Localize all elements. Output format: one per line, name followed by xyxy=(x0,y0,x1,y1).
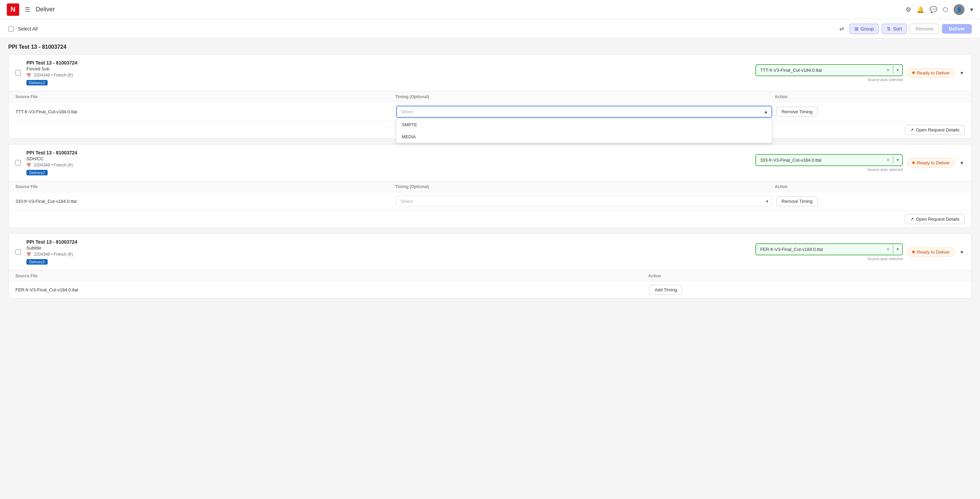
card-2-header-right: 333-fr-V3-Final_Cut-v184.0.ttal ✕ ▾ Sour… xyxy=(749,154,964,172)
card-2-meta: 📅 2204348 • French (fr) xyxy=(26,163,743,167)
card-1-dropdown-media[interactable]: MEDIA xyxy=(396,131,772,143)
card-1-title: PPI Test 13 - 81003724 xyxy=(26,60,743,65)
card-3-status-dot xyxy=(912,250,915,253)
card-1-source-selector-wrap: TTT-fr-V3-Final_Cut-v184.0.ttal ✕ ▾ Sour… xyxy=(749,64,903,82)
card-2-meta-text: 2204348 • French (fr) xyxy=(34,163,73,167)
card-1-open-request-label: Open Request Details xyxy=(916,128,959,132)
sort-icon: ⇅ xyxy=(887,26,891,32)
group-button[interactable]: ⊞ Group xyxy=(850,24,879,34)
settings-icon[interactable]: ⚙ xyxy=(905,6,911,13)
card-2-badge: Delivery2 xyxy=(26,170,48,175)
table-row: 333-fr-V3-Final_Cut-v184.0.ttal Select ▾… xyxy=(9,192,971,210)
group-icon: ⊞ xyxy=(854,26,859,32)
netflix-logo: N xyxy=(7,3,19,16)
card-1-source-selector[interactable]: TTT-fr-V3-Final_Cut-v184.0.ttal ✕ ▾ xyxy=(756,64,903,76)
card-3-title: PPI Test 13 - 81003724 xyxy=(26,239,743,245)
card-1-source-auto: Source auto selected xyxy=(867,78,903,82)
filter-icon-button[interactable]: ⇄ xyxy=(837,23,846,34)
card-2-table: Source File Timing (Optional) Action 333… xyxy=(9,181,971,210)
card-3-col-source-header: Source File xyxy=(16,274,648,278)
card-3-source-clear[interactable]: ✕ xyxy=(883,244,893,254)
card-1-row1-timing: Select ▲ SMPTE MEDIA xyxy=(396,106,773,118)
sort-label: Sort xyxy=(893,26,902,32)
external-icon-2: ↗ xyxy=(910,217,914,222)
card-2-open-request-label: Open Request Details xyxy=(916,217,959,222)
card-3-expand[interactable]: ▾ xyxy=(959,247,964,257)
calendar-icon-1: 📅 xyxy=(26,73,31,78)
card-2-expand[interactable]: ▾ xyxy=(959,158,964,167)
card-3-source-dropdown[interactable]: ▾ xyxy=(893,245,902,253)
card-1-badge: Delivery2 xyxy=(26,80,48,86)
card-3-row1-source: FER-fr-V3-Final_Cut-v184.0.ttal xyxy=(16,287,645,292)
card-3-status-label: Ready to Deliver xyxy=(917,250,950,255)
table-row: FER-fr-V3-Final_Cut-v184.0.ttal Add Timi… xyxy=(9,281,971,298)
card-3-source-auto: Source auto selected xyxy=(867,257,903,261)
card-1-source-dropdown[interactable]: ▾ xyxy=(893,65,902,75)
card-3-checkbox[interactable] xyxy=(16,249,21,255)
card-2-checkbox[interactable] xyxy=(16,160,21,166)
card-1-source-text: TTT-fr-V3-Final_Cut-v184.0.ttal xyxy=(756,65,883,75)
card-2-subtitle: SDH/CC xyxy=(26,156,743,161)
card-2-open-request-btn[interactable]: ↗ Open Request Details xyxy=(905,214,964,224)
card-3-add-timing-btn[interactable]: Add Timing xyxy=(649,285,682,295)
card-1-dropdown-smpte[interactable]: SMPTE xyxy=(396,119,772,131)
card-1-timing-placeholder: Select xyxy=(397,107,760,117)
card-1-table-header: Source File Timing (Optional) Action xyxy=(9,91,971,102)
card-1-open-request-btn[interactable]: ↗ Open Request Details xyxy=(905,125,964,135)
card-3-badge: Delivery2 xyxy=(26,259,48,265)
card-1-timing-select[interactable]: Select ▲ xyxy=(396,106,773,118)
select-all-label[interactable]: Select All xyxy=(18,26,38,32)
avatar[interactable]: 👤 xyxy=(954,4,964,15)
card-2-timing-dropdown-btn[interactable]: ▾ xyxy=(763,197,772,206)
card-2-source-dropdown[interactable]: ▾ xyxy=(893,155,902,164)
card-3-col-action-header: Action xyxy=(648,274,964,278)
card-1-info: PPI Test 13 - 81003724 Forced Sub 📅 2204… xyxy=(26,60,743,86)
card-2-source-selector[interactable]: 333-fr-V3-Final_Cut-v184.0.ttal ✕ ▾ xyxy=(756,154,903,166)
card-3-table: Source File Action FER-fr-V3-Final_Cut-v… xyxy=(9,271,971,298)
card-1-subtitle: Forced Sub xyxy=(26,66,743,72)
card-2-row1-timing: Select ▾ xyxy=(396,196,773,207)
card-2-col-action-header: Action xyxy=(775,184,964,189)
card-3-table-header: Source File Action xyxy=(9,271,971,281)
calendar-icon-3: 📅 xyxy=(26,252,31,257)
card-1-expand[interactable]: ▾ xyxy=(959,68,964,78)
table-row: TTT-fr-V3-Final_Cut-v184.0.ttal Select ▲… xyxy=(9,102,971,121)
hamburger-icon[interactable]: ☰ xyxy=(25,6,30,13)
sort-button[interactable]: ⇅ Sort xyxy=(881,24,907,34)
card-1-checkbox[interactable] xyxy=(16,70,21,75)
card-3-header-right: FER-fr-V3-Final_Cut-v184.0.ttal ✕ ▾ Sour… xyxy=(749,243,964,261)
card-2-timing-select[interactable]: Select ▾ xyxy=(396,196,773,207)
card-1-header: PPI Test 13 - 81003724 Forced Sub 📅 2204… xyxy=(9,54,971,91)
card-2-title: PPI Test 13 - 81003724 xyxy=(26,150,743,155)
card-1-status-badge[interactable]: Ready to Deliver xyxy=(907,68,955,78)
card-1-source-clear[interactable]: ✕ xyxy=(883,65,893,75)
card-2-remove-timing-btn[interactable]: Remove Timing xyxy=(776,196,818,206)
card-1-remove-timing-btn[interactable]: Remove Timing xyxy=(776,107,818,117)
card-3: PPI Test 13 - 81003724 Subtitle 📅 220434… xyxy=(8,233,972,298)
app-title: Deliver xyxy=(36,6,55,13)
card-2-source-text: 333-fr-V3-Final_Cut-v184.0.ttal xyxy=(756,155,883,166)
card-3-source-selector-wrap: FER-fr-V3-Final_Cut-v184.0.ttal ✕ ▾ Sour… xyxy=(749,243,903,261)
card-1-timing-dropdown-btn[interactable]: ▲ xyxy=(760,107,772,116)
card-2-timing-placeholder: Select xyxy=(396,196,763,207)
card-2-status-badge[interactable]: Ready to Deliver xyxy=(907,158,955,167)
card-3-meta: 📅 2204348 • French (fr) xyxy=(26,252,743,257)
bell-icon[interactable]: 🔔 xyxy=(916,6,924,13)
card-1-status-label: Ready to Deliver xyxy=(917,70,950,75)
remove-button[interactable]: Remove xyxy=(910,24,939,34)
deliver-button[interactable]: Deliver xyxy=(942,24,972,33)
card-1-col-source-header: Source File xyxy=(16,94,395,99)
card-2-source-clear[interactable]: ✕ xyxy=(883,155,893,165)
external-link-icon[interactable]: ⬡ xyxy=(943,6,948,13)
nav-left: N ☰ Deliver xyxy=(7,3,55,16)
card-1-col-timing-header: Timing (Optional) xyxy=(395,94,775,99)
card-3-source-selector[interactable]: FER-fr-V3-Final_Cut-v184.0.ttal ✕ ▾ xyxy=(756,243,903,255)
select-all-checkbox[interactable] xyxy=(8,26,14,32)
card-3-subtitle: Subtitle xyxy=(26,246,743,250)
card-3-info: PPI Test 13 - 81003724 Subtitle 📅 220434… xyxy=(26,239,743,265)
user-menu-chevron[interactable]: ▾ xyxy=(970,6,973,13)
card-3-status-badge[interactable]: Ready to Deliver xyxy=(907,247,955,257)
chat-icon[interactable]: 💬 xyxy=(930,6,937,13)
card-2-source-auto: Source auto selected xyxy=(867,167,903,172)
external-icon-1: ↗ xyxy=(910,128,914,132)
